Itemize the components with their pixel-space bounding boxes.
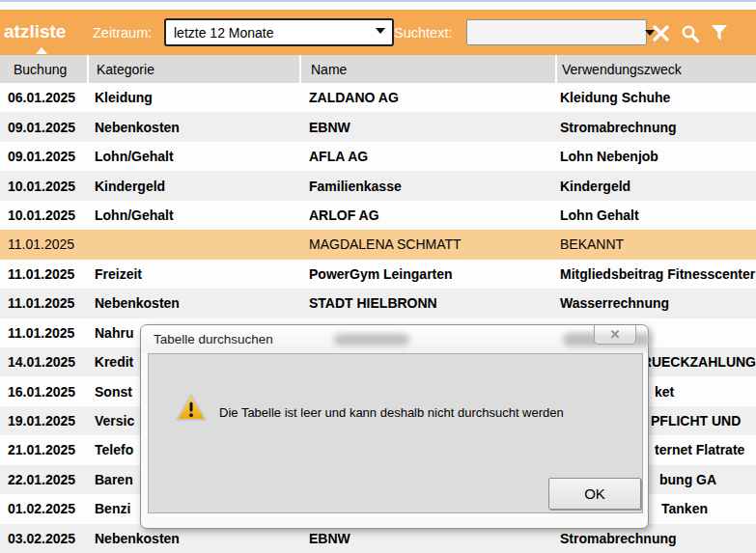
chevron-down-icon [376, 28, 385, 34]
table-row[interactable]: 10.01.2025KindergeldFamilienkasseKinderg… [0, 171, 756, 200]
cell-buchung: 11.01.2025 [0, 230, 87, 259]
x-icon [652, 24, 670, 42]
table-row[interactable]: 10.01.2025Lohn/GehaltARLOF AGLohn Gehalt [0, 201, 756, 230]
search-dialog: Tabelle durchsuchen ✕ [140, 324, 649, 529]
dialog-message: Die Tabelle ist leer und kann deshalb ni… [219, 405, 564, 420]
clear-search-button[interactable] [652, 24, 670, 46]
column-header-kategorie[interactable]: Kategorie [87, 55, 299, 83]
cell-zweck: Wasserrechnung [555, 289, 756, 318]
dialog-close-button[interactable]: ✕ [594, 325, 636, 345]
cell-kategorie: Nebenkosten [87, 112, 299, 141]
table-header-row: Buchung Kategorie Name Verwendungszweck [0, 55, 756, 83]
table-row[interactable]: 06.01.2025KleidungZALDANO AGKleidung Sch… [0, 83, 756, 112]
cell-zweck: Stromabrechnung [555, 112, 756, 141]
cell-name: STADT HIELBRONN [299, 289, 555, 318]
cell-name: EBNW [299, 112, 555, 141]
filter-button[interactable] [711, 24, 728, 45]
cell-buchung: 06.01.2025 [0, 83, 87, 112]
cell-name: AFLA AG [299, 142, 555, 171]
cell-buchung: 21.01.2025 [0, 435, 87, 464]
magnifier-icon [681, 24, 700, 43]
cell-zweck: Lohn Gehalt [555, 201, 756, 230]
table-row[interactable]: 11.01.2025NebenkostenSTADT HIELBRONNWass… [0, 289, 756, 318]
cell-name: ZALDANO AG [299, 83, 555, 112]
table-row[interactable]: 11.01.2025FreizeitPowerGym LeingartenMit… [0, 260, 756, 289]
column-header-name[interactable]: Name [299, 55, 555, 83]
sort-ascending-icon [36, 47, 47, 54]
cell-name: PowerGym Leingarten [299, 260, 555, 289]
suchtext-input[interactable] [467, 20, 645, 44]
cell-zweck: Kindergeld [555, 171, 756, 200]
cell-buchung: 22.01.2025 [0, 465, 87, 494]
table-row[interactable]: 09.01.2025NebenkostenEBNWStromabrechnung [0, 112, 756, 141]
cell-name: ARLOF AG [299, 201, 555, 230]
cell-buchung: 09.01.2025 [0, 142, 87, 171]
transaction-list-window: atzliste Zeitraum: letzte 12 Monate Such… [0, 0, 756, 553]
cell-buchung: 01.02.2025 [0, 494, 87, 523]
dialog-content-panel: Die Tabelle ist leer und kann deshalb ni… [148, 353, 643, 513]
cell-buchung: 14.01.2025 [0, 347, 87, 376]
cell-buchung: 11.01.2025 [0, 318, 87, 347]
cell-buchung: 10.01.2025 [0, 171, 87, 200]
cell-buchung: 10.01.2025 [0, 201, 87, 230]
cell-kategorie: Lohn/Gehalt [87, 142, 299, 171]
cell-zweck: Lohn Nebenjob [555, 142, 756, 171]
cell-kategorie: Kindergeld [87, 171, 299, 200]
dialog-titlebar[interactable]: Tabelle durchsuchen ✕ [141, 325, 648, 353]
column-header-buchung[interactable]: Buchung [0, 55, 87, 83]
table-row[interactable]: 09.01.2025Lohn/GehaltAFLA AGLohn Nebenjo… [0, 142, 756, 171]
cell-zweck: BEKANNT [555, 230, 756, 259]
table-row[interactable]: 11.01.2025MAGDALENA SCHMATTBEKANNT [0, 230, 756, 259]
suchtext-label: Suchtext: [394, 25, 452, 41]
page-title: atzliste [4, 21, 66, 42]
cell-name: MAGDALENA SCHMATT [299, 230, 555, 259]
warning-triangle-icon [175, 393, 208, 427]
cell-buchung: 03.02.2025 [0, 524, 87, 553]
cell-kategorie: Nebenkosten [87, 289, 299, 318]
zeitraum-label: Zeitraum: [93, 25, 152, 41]
cell-kategorie: Freizeit [87, 260, 299, 289]
cell-name: Familienkasse [299, 171, 555, 200]
cell-buchung: 16.01.2025 [0, 376, 87, 405]
zeitraum-select[interactable]: letzte 12 Monate [164, 18, 394, 46]
cell-buchung: 09.01.2025 [0, 112, 87, 141]
ok-button[interactable]: OK [548, 478, 641, 510]
close-x-icon: ✕ [610, 327, 621, 342]
cell-buchung: 11.01.2025 [0, 260, 87, 289]
cell-kategorie: Kleidung [87, 83, 299, 112]
cell-zweck: Kleidung Schuhe [555, 83, 756, 112]
search-button[interactable] [681, 24, 700, 47]
cell-kategorie: Lohn/Gehalt [87, 201, 299, 230]
cell-zweck: Mitgliedsbeitrag Fitnesscenter [555, 260, 756, 289]
dialog-title: Tabelle durchsuchen [154, 325, 273, 353]
cell-kategorie [87, 230, 299, 259]
column-header-verwendungszweck[interactable]: Verwendungszweck [555, 55, 756, 83]
cell-buchung: 19.01.2025 [0, 406, 87, 435]
suchtext-combobox[interactable] [466, 19, 647, 45]
redacted-text [334, 334, 409, 346]
funnel-icon [711, 24, 728, 41]
zeitraum-selected-value: letzte 12 Monate [174, 25, 274, 41]
app-header: atzliste Zeitraum: letzte 12 Monate Such… [0, 10, 756, 55]
cell-buchung: 11.01.2025 [0, 289, 87, 318]
